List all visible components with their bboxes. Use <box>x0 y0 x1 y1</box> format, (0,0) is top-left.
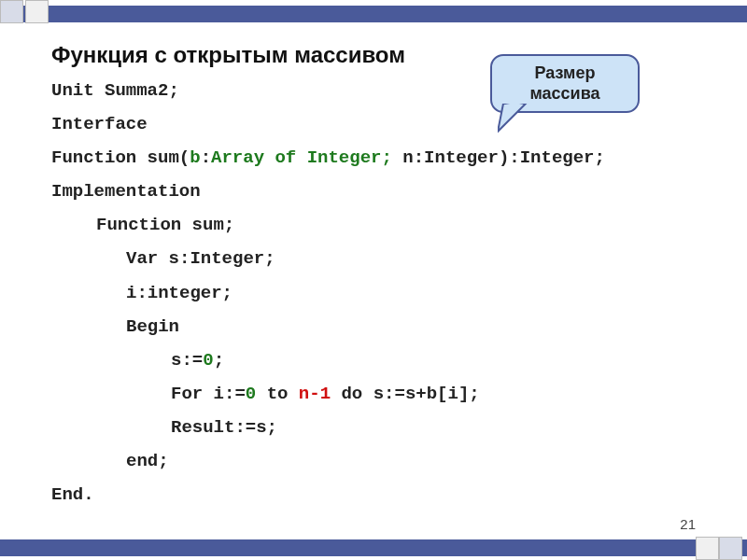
callout-tail-icon <box>498 104 535 135</box>
code-line: End. <box>51 478 710 511</box>
code-line: Function sum(b:Array of Integer; n:Integ… <box>51 141 710 175</box>
code-line: s:=0; <box>51 343 710 377</box>
callout-text: Размер <box>535 63 596 82</box>
bottom-decor-squares <box>694 537 742 560</box>
decor-square <box>0 0 23 23</box>
code-line: Implementation <box>51 175 710 208</box>
decor-square <box>696 537 719 560</box>
callout: Размер массива <box>490 54 640 113</box>
top-decor-squares <box>0 0 49 23</box>
decor-square <box>25 0 49 23</box>
top-stripe <box>0 6 747 22</box>
code-line: Begin <box>51 310 710 343</box>
decor-square <box>719 537 742 560</box>
callout-text: массива <box>529 84 599 103</box>
code-line: For i:=0 to n-1 do s:=s+b[i]; <box>51 377 710 411</box>
code-line: Function sum; <box>51 208 710 242</box>
code-block: Unit Summa2; Interface Function sum(b:Ar… <box>51 74 710 511</box>
bottom-stripe <box>0 539 747 556</box>
page-number: 21 <box>680 516 696 532</box>
code-line: end; <box>51 444 710 478</box>
code-line: Result:=s; <box>51 411 710 444</box>
code-line: Var s:Integer; <box>51 242 710 275</box>
code-line: i:integer; <box>51 276 710 310</box>
svg-marker-0 <box>498 104 526 132</box>
